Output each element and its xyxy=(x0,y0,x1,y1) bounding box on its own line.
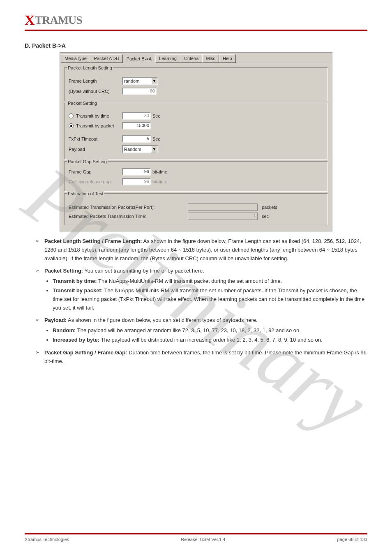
section-title: D. Packet B->A xyxy=(25,42,367,49)
estimated-packets-unit: packets xyxy=(262,205,277,210)
estimation-legend: Estimation of Test xyxy=(67,191,104,196)
sub-bullet-transmit-time: Transmit by time: The NuApps-MultiUnits-… xyxy=(53,277,367,286)
bullet-payload-body: As shown in the figure down below, you c… xyxy=(67,317,257,323)
transmit-time-input: 30 xyxy=(122,112,151,120)
frame-length-label: Frame Length xyxy=(69,79,122,83)
logo-x: X xyxy=(25,12,35,28)
transmit-by-packet-radio[interactable] xyxy=(69,123,74,128)
tab-bar: MediaType Packet A->B Packet B->A Learni… xyxy=(60,53,332,63)
packet-length-fieldset: Packet Length Setting Frame Length rando… xyxy=(64,67,328,101)
frame-gap-unit: bit-time xyxy=(152,169,167,174)
sub-bullet-increased: Increased by byte: The payload will be d… xyxy=(53,336,367,345)
txpkt-timeout-unit: Sec. xyxy=(152,136,161,141)
transmit-by-time-label: Transmit by time xyxy=(76,113,122,118)
description-text: Packet Length Setting / Frame Length: As… xyxy=(25,237,367,365)
transmit-time-unit: Sec. xyxy=(152,113,161,118)
sub-bullet-increased-body: The payload will be distributed in an in… xyxy=(99,337,322,343)
frame-length-select[interactable]: random ▼ xyxy=(122,77,158,85)
tab-mediatype[interactable]: MediaType xyxy=(61,54,90,63)
frame-gap-label: Frame Gap xyxy=(69,169,122,174)
tab-body: Packet Length Setting Frame Length rando… xyxy=(61,63,331,229)
frame-length-value: random xyxy=(124,79,139,83)
bytes-without-crc-label: (Bytes without CRC) xyxy=(69,89,122,94)
bullet-packet-setting: Packet Setting: You can set transmitting… xyxy=(35,267,367,312)
collision-release-gap-label: Collision release gap xyxy=(69,179,122,184)
estimated-time-unit: sec xyxy=(262,214,269,219)
radio-dot xyxy=(70,125,72,127)
payload-value: Random xyxy=(124,147,141,152)
packet-gap-legend: Packet Gap Setting xyxy=(67,159,108,164)
collision-release-gap-unit: bit-time xyxy=(152,179,167,184)
tab-packet-a-b[interactable]: Packet A->B xyxy=(90,54,123,63)
logo-text: TRAMUS xyxy=(35,14,82,27)
estimated-time-label: Estimated Packets Transmission Time: xyxy=(69,214,188,219)
sub-bullet-random-body: The payload will be arranged at random l… xyxy=(76,327,301,333)
estimated-packets-value xyxy=(188,204,258,211)
sub-bullet-transmit-time-intro: Transmit by time: xyxy=(53,278,97,284)
bytes-without-crc-input: 60 xyxy=(122,88,157,95)
sub-bullet-transmit-time-body: The NuApps-MultiUnits-RM will transmit p… xyxy=(97,278,282,284)
estimated-packets-label: Estimated Transmission Packets(Per Port)… xyxy=(69,205,188,210)
logo: XTRAMUS xyxy=(25,12,367,27)
tab-packet-b-a[interactable]: Packet B->A xyxy=(123,55,155,63)
txpkt-timeout-input[interactable]: 5 xyxy=(122,135,151,143)
transmit-by-packet-label: Transmit by packet xyxy=(76,123,122,128)
bullet-packet-length-intro: Packet Length Setting / Frame Length: xyxy=(44,238,142,244)
payload-label: Payload xyxy=(69,147,122,152)
sub-bullet-transmit-packet: Transmit by packet: The NuApps-MultiUnit… xyxy=(53,287,367,312)
sub-bullet-transmit-packet-intro: Transmit by packet: xyxy=(53,287,103,294)
transmit-packet-input[interactable]: 15000 xyxy=(122,122,151,130)
packet-setting-fieldset: Packet Setting Transmit by time 30 Sec. … xyxy=(64,103,328,160)
collision-release-gap-input: 96 xyxy=(122,178,151,185)
tab-misc[interactable]: Misc xyxy=(202,54,219,63)
chevron-down-icon[interactable]: ▼ xyxy=(151,146,157,153)
footer-right: page 68 of 133 xyxy=(337,537,367,542)
chevron-down-icon[interactable]: ▼ xyxy=(151,78,157,84)
footer-rule xyxy=(25,533,367,534)
transmit-by-time-radio[interactable] xyxy=(69,113,74,118)
page-footer: Xtramus Technologies Release: USM Ver.1.… xyxy=(0,531,392,542)
sub-bullet-random-intro: Random: xyxy=(53,327,76,333)
header-rule xyxy=(25,30,367,31)
tab-help[interactable]: Help xyxy=(219,54,236,63)
estimation-fieldset: Estimation of Test Estimated Transmissio… xyxy=(64,193,328,225)
bullet-packet-length: Packet Length Setting / Frame Length: As… xyxy=(35,237,367,263)
txpkt-timeout-label: TxPkt Timeout xyxy=(69,136,122,141)
footer-left: Xtramus Technologies xyxy=(25,537,69,542)
bullet-packet-setting-body: You can set transmitting by time or by p… xyxy=(83,268,204,274)
bullet-packet-gap: Packet Gap Setting / Frame Gap: Duration… xyxy=(35,349,367,366)
frame-gap-input[interactable]: 96 xyxy=(122,168,151,176)
bullet-payload-intro: Payload: xyxy=(44,317,67,323)
tab-learning[interactable]: Learning xyxy=(155,54,180,63)
packet-gap-fieldset: Packet Gap Setting Frame Gap 96 bit-time… xyxy=(64,161,328,192)
packet-length-legend: Packet Length Setting xyxy=(67,65,113,70)
packet-setting-legend: Packet Setting xyxy=(67,101,98,106)
bullet-packet-setting-intro: Packet Setting: xyxy=(44,268,83,274)
bullet-packet-gap-intro: Packet Gap Setting / Frame Gap: xyxy=(44,349,127,356)
estimated-time-value: 1 xyxy=(188,213,258,220)
tab-criteria[interactable]: Criteria xyxy=(180,54,202,63)
settings-window: MediaType Packet A->B Packet B->A Learni… xyxy=(60,52,332,231)
footer-center: Release: USM Ver.1.4 xyxy=(181,537,225,542)
payload-select[interactable]: Random ▼ xyxy=(122,145,158,153)
sub-bullet-increased-intro: Increased by byte: xyxy=(53,337,99,343)
sub-bullet-random: Random: The payload will be arranged at … xyxy=(53,326,367,335)
bullet-payload: Payload: As shown in the figure down bel… xyxy=(35,316,367,344)
